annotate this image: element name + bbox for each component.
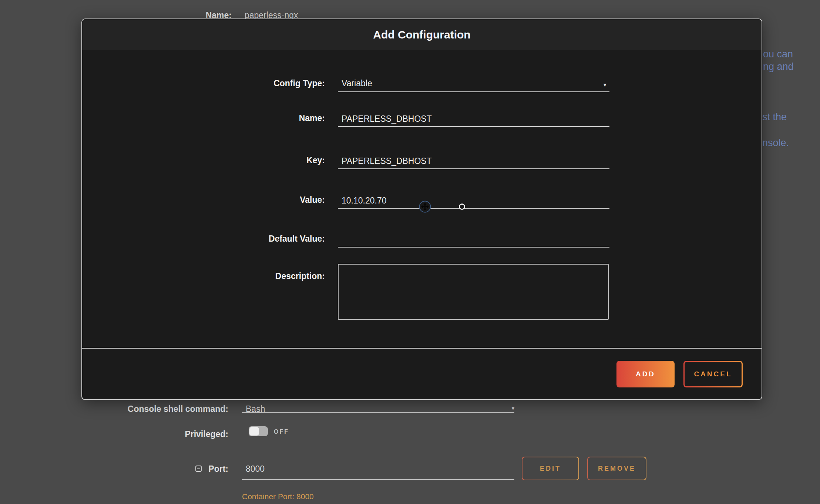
value-input[interactable]: [338, 192, 609, 209]
bg-privileged-label: Privileged:: [80, 429, 228, 439]
help-text-fragment: st the: [762, 111, 787, 123]
description-label: Description:: [82, 271, 325, 285]
default-value-label: Default Value:: [82, 234, 325, 248]
help-text-fragment: nsole.: [762, 137, 789, 149]
name-row: Name:: [82, 110, 762, 127]
config-type-value: Variable: [342, 78, 372, 88]
cancel-button-label: CANCEL: [685, 362, 742, 386]
footer-divider: [82, 348, 762, 349]
privileged-toggle[interactable]: [249, 426, 268, 436]
edit-button[interactable]: EDIT: [522, 457, 579, 480]
privileged-state-label: OFF: [274, 429, 289, 435]
toggle-knob: [249, 427, 259, 436]
remove-button[interactable]: REMOVE: [587, 457, 646, 480]
bg-console-underline: [242, 412, 514, 413]
remove-button-label: REMOVE: [588, 457, 646, 480]
config-type-row: Config Type: Variable: [82, 75, 762, 92]
dialog-header: Add Configuration: [82, 19, 762, 50]
value-label: Value:: [82, 195, 325, 209]
name-input[interactable]: [338, 110, 609, 127]
edit-button-label: EDIT: [522, 457, 578, 480]
dialog-title: Add Configuration: [373, 28, 470, 41]
default-value-input[interactable]: [338, 231, 609, 248]
container-port-note: Container Port: 8000: [242, 492, 314, 501]
config-type-label: Config Type:: [82, 78, 325, 92]
key-row: Key:: [82, 152, 762, 169]
name-label: Name:: [82, 113, 325, 127]
help-text-fragment: ng and: [763, 61, 794, 73]
key-label: Key:: [82, 155, 325, 169]
default-value-row: Default Value:: [82, 231, 762, 248]
bg-port-underline: [242, 479, 514, 480]
help-text-fragment: ou can: [763, 48, 793, 60]
bg-port-value[interactable]: 8000: [246, 464, 265, 474]
drag-point-icon: [459, 204, 465, 210]
bg-console-caret-icon[interactable]: [511, 406, 515, 411]
description-textarea[interactable]: [338, 264, 609, 320]
bg-port-label: Port:: [80, 464, 228, 474]
config-type-select[interactable]: Variable: [338, 75, 609, 92]
add-button[interactable]: ADD: [616, 361, 675, 387]
move-cursor-icon: [419, 201, 431, 213]
cancel-button[interactable]: CANCEL: [683, 361, 743, 387]
key-input[interactable]: [338, 152, 609, 169]
bg-console-label: Console shell command:: [80, 404, 228, 414]
dropdown-caret-icon: [602, 82, 607, 88]
